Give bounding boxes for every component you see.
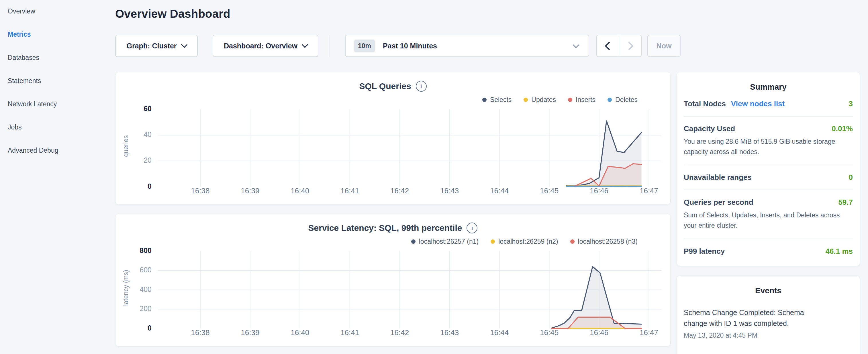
event-message: Schema Change Completed: Schema change w… [684,307,821,329]
legend-dot [570,239,575,244]
chart-legend: Selects Updates Inserts Deletes [116,96,670,104]
legend-item: localhost:26258 (n3) [570,238,638,246]
legend-label: Updates [531,96,556,104]
svg-text:16:46: 16:46 [590,187,608,195]
summary-row-queries-per-second: Queries per second 59.7 Sum of Selects, … [684,190,853,239]
svg-text:400: 400 [140,285,152,293]
summary-row-unavailable-ranges: Unavailable ranges 0 [684,165,853,190]
legend-item: Inserts [568,96,595,104]
svg-text:16:38: 16:38 [191,328,210,337]
svg-text:16:39: 16:39 [241,187,259,195]
chevron-right-icon [625,41,633,50]
svg-text:600: 600 [140,266,152,274]
sidebar-item-jobs[interactable]: Jobs [0,123,115,147]
summary-row-value: 59.7 [838,198,853,207]
svg-text:16:42: 16:42 [390,187,409,195]
events-title: Events [684,286,853,295]
summary-row-p99-latency: P99 latency 46.1 ms [684,239,853,263]
svg-text:16:44: 16:44 [490,328,509,337]
sidebar-item-overview[interactable]: Overview [0,7,115,31]
next-time-button[interactable] [619,35,641,57]
summary-row-label: Total Nodes [684,99,726,108]
legend-label: Inserts [576,96,595,104]
svg-text:16:41: 16:41 [340,328,359,337]
svg-text:200: 200 [140,304,152,313]
summary-row-label: Unavailable ranges [684,173,752,182]
dashboard-body: SQL Queries i Selects Updates [115,72,868,354]
svg-text:16:43: 16:43 [440,187,459,195]
chart-title: Service Latency: SQL, 99th percentile [308,223,462,233]
summary-row-label: Capacity Used [684,124,735,133]
sidebar-item-metrics[interactable]: Metrics [0,31,115,54]
charts-column: SQL Queries i Selects Updates [115,72,671,354]
summary-row-label: Queries per second [684,198,753,207]
chevron-down-icon [302,41,308,48]
graph-dropdown[interactable]: Graph: Cluster [115,35,198,57]
main-content: Overview Dashboard Graph: Cluster Dashbo… [115,0,868,354]
now-button[interactable]: Now [647,35,681,57]
sql-queries-chart-card: SQL Queries i Selects Updates [115,72,671,205]
svg-text:16:42: 16:42 [390,328,409,337]
legend-item: Updates [524,96,556,104]
right-column: Summary Total Nodes View nodes list 3 Ca… [677,72,860,354]
summary-row-value: 3 [849,99,853,108]
chevron-down-icon [181,41,187,48]
svg-text:16:45: 16:45 [540,328,559,337]
legend-label: Selects [490,96,512,104]
svg-text:16:47: 16:47 [640,187,658,195]
summary-row-label: P99 latency [684,247,725,256]
list-item[interactable]: Schema Change Completed: Schema change w… [684,307,853,340]
events-panel: Events Schema Change Completed: Schema c… [677,276,860,354]
svg-text:20: 20 [144,156,152,164]
svg-text:16:46: 16:46 [590,328,608,337]
svg-text:16:39: 16:39 [241,328,259,337]
summary-panel: Summary Total Nodes View nodes list 3 Ca… [677,72,860,266]
chart-title-row: Service Latency: SQL, 99th percentile i [116,223,670,233]
time-range-dropdown[interactable]: 10m Past 10 Minutes [345,35,589,57]
summary-title: Summary [684,83,853,92]
info-icon[interactable]: i [467,223,477,233]
svg-text:16:38: 16:38 [191,187,210,195]
time-window-badge: 10m [354,39,375,53]
svg-text:16:40: 16:40 [290,187,309,195]
prev-time-button[interactable] [597,35,619,57]
svg-text:16:43: 16:43 [440,328,459,337]
dashboard-dropdown-label: Dashboard: Overview [224,42,298,50]
chevron-down-icon [573,42,580,49]
summary-row-subtext: You are using 28.6 MiB of 515.9 GiB usab… [684,137,853,157]
svg-text:40: 40 [144,130,152,138]
toolbar-divider [330,35,330,57]
dashboard-dropdown[interactable]: Dashboard: Overview [213,35,318,57]
legend-dot [482,98,487,102]
legend-item: Deletes [608,96,638,104]
svg-text:0: 0 [148,324,152,332]
summary-row-total-nodes: Total Nodes View nodes list 3 [684,92,853,117]
summary-row-capacity-used: Capacity Used 0.01% You are using 28.6 M… [684,117,853,165]
event-timestamp: May 13, 2020 at 4:45 PM [684,332,853,340]
legend-dot [608,98,612,102]
legend-label: localhost:26258 (n3) [578,238,638,246]
app-root: Overview Metrics Databases Statements Ne… [0,0,868,354]
legend-label: localhost:26257 (n1) [419,238,478,246]
sidebar-item-advanced-debug[interactable]: Advanced Debug [0,147,115,170]
legend-dot [568,98,572,102]
svg-text:60: 60 [144,105,152,112]
svg-text:16:44: 16:44 [490,187,509,195]
view-nodes-list-link[interactable]: View nodes list [731,99,785,108]
sidebar-item-databases[interactable]: Databases [0,54,115,77]
summary-row-value: 0 [849,173,853,182]
graph-dropdown-label: Graph: Cluster [126,42,177,50]
legend-item: localhost:26257 (n1) [411,238,478,246]
sidebar-item-statements[interactable]: Statements [0,77,115,100]
summary-row-value: 0.01% [832,124,853,133]
svg-text:16:40: 16:40 [290,328,309,337]
svg-text:16:47: 16:47 [640,328,658,337]
sql-queries-chart[interactable]: 16:3816:3916:4016:4116:4216:4316:4416:45… [116,105,670,204]
svg-text:0: 0 [148,182,152,190]
legend-dot [411,239,415,244]
service-latency-chart[interactable]: 16:3816:3916:4016:4116:4216:4316:4416:45… [116,247,670,346]
sidebar-item-network-latency[interactable]: Network Latency [0,100,115,123]
info-icon[interactable]: i [416,81,427,92]
chart-title-row: SQL Queries i [116,81,670,92]
chevron-left-icon [604,41,613,50]
